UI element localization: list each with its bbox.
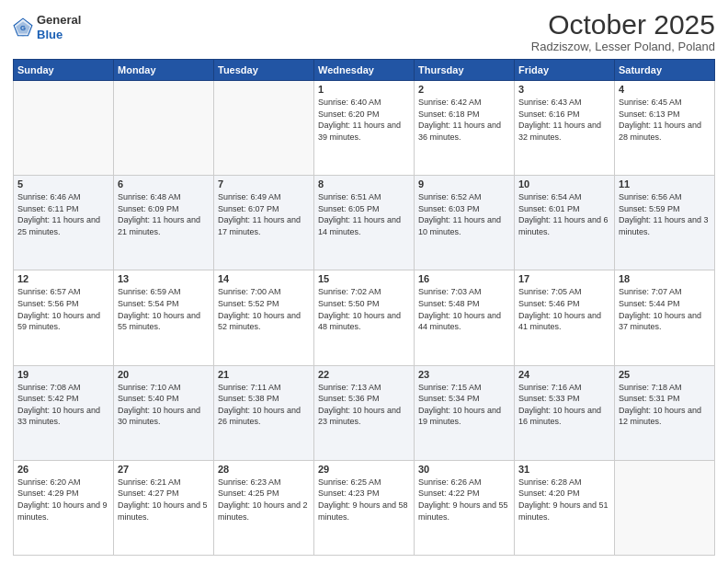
page: G General Blue October 2025 Radziszow, L… <box>0 0 728 563</box>
calendar-cell: 2Sunrise: 6:42 AM Sunset: 6:18 PM Daylig… <box>415 81 515 176</box>
cell-info: Sunrise: 6:43 AM Sunset: 6:16 PM Dayligh… <box>518 97 610 143</box>
day-number: 31 <box>518 464 610 475</box>
weekday-header-tuesday: Tuesday <box>214 60 314 81</box>
cell-info: Sunrise: 6:42 AM Sunset: 6:18 PM Dayligh… <box>418 97 510 143</box>
day-number: 7 <box>218 178 310 190</box>
cell-info: Sunrise: 6:40 AM Sunset: 6:20 PM Dayligh… <box>318 97 410 143</box>
calendar-cell: 29Sunrise: 6:25 AM Sunset: 4:23 PM Dayli… <box>314 460 415 555</box>
cell-info: Sunrise: 6:25 AM Sunset: 4:23 PM Dayligh… <box>318 477 410 523</box>
calendar-cell: 27Sunrise: 6:21 AM Sunset: 4:27 PM Dayli… <box>114 460 214 555</box>
day-number: 21 <box>218 369 310 380</box>
calendar-cell: 23Sunrise: 7:15 AM Sunset: 5:34 PM Dayli… <box>415 365 515 460</box>
calendar-cell: 18Sunrise: 7:07 AM Sunset: 5:44 PM Dayli… <box>615 270 715 365</box>
calendar-cell: 12Sunrise: 6:57 AM Sunset: 5:56 PM Dayli… <box>14 270 114 365</box>
day-number: 16 <box>418 273 510 284</box>
calendar-cell: 6Sunrise: 6:48 AM Sunset: 6:09 PM Daylig… <box>114 176 214 270</box>
day-number: 17 <box>518 273 610 284</box>
cell-info: Sunrise: 6:45 AM Sunset: 6:13 PM Dayligh… <box>619 97 711 143</box>
day-number: 27 <box>118 464 210 475</box>
calendar-cell: 5Sunrise: 6:46 AM Sunset: 6:11 PM Daylig… <box>14 176 114 270</box>
weekday-header-saturday: Saturday <box>615 60 715 81</box>
logo-blue-text: Blue <box>37 28 81 42</box>
cell-info: Sunrise: 6:57 AM Sunset: 5:56 PM Dayligh… <box>17 286 109 332</box>
calendar-cell: 8Sunrise: 6:51 AM Sunset: 6:05 PM Daylig… <box>314 176 415 270</box>
calendar-cell <box>615 460 715 555</box>
calendar-week-1: 1Sunrise: 6:40 AM Sunset: 6:20 PM Daylig… <box>14 81 715 176</box>
calendar-cell: 14Sunrise: 7:00 AM Sunset: 5:52 PM Dayli… <box>214 270 314 365</box>
cell-info: Sunrise: 6:49 AM Sunset: 6:07 PM Dayligh… <box>218 191 310 237</box>
cell-info: Sunrise: 6:26 AM Sunset: 4:22 PM Dayligh… <box>418 477 510 523</box>
calendar-cell: 30Sunrise: 6:26 AM Sunset: 4:22 PM Dayli… <box>415 460 515 555</box>
cell-info: Sunrise: 6:21 AM Sunset: 4:27 PM Dayligh… <box>118 477 210 523</box>
calendar-week-5: 26Sunrise: 6:20 AM Sunset: 4:29 PM Dayli… <box>14 460 715 555</box>
logo-text: General Blue <box>37 13 81 41</box>
day-number: 23 <box>418 369 510 380</box>
calendar-cell: 9Sunrise: 6:52 AM Sunset: 6:03 PM Daylig… <box>415 176 515 270</box>
cell-info: Sunrise: 7:10 AM Sunset: 5:40 PM Dayligh… <box>118 382 210 428</box>
calendar-cell: 19Sunrise: 7:08 AM Sunset: 5:42 PM Dayli… <box>14 365 114 460</box>
day-number: 10 <box>518 178 610 190</box>
cell-info: Sunrise: 6:28 AM Sunset: 4:20 PM Dayligh… <box>518 477 610 523</box>
cell-info: Sunrise: 6:23 AM Sunset: 4:25 PM Dayligh… <box>218 477 310 523</box>
cell-info: Sunrise: 6:54 AM Sunset: 6:01 PM Dayligh… <box>518 191 610 237</box>
day-number: 18 <box>619 273 711 284</box>
cell-info: Sunrise: 7:00 AM Sunset: 5:52 PM Dayligh… <box>218 286 310 332</box>
day-number: 15 <box>318 273 410 284</box>
day-number: 30 <box>418 464 510 475</box>
header: G General Blue October 2025 Radziszow, L… <box>13 9 715 53</box>
weekday-header-sunday: Sunday <box>14 60 114 81</box>
calendar-cell: 28Sunrise: 6:23 AM Sunset: 4:25 PM Dayli… <box>214 460 314 555</box>
calendar-cell: 7Sunrise: 6:49 AM Sunset: 6:07 PM Daylig… <box>214 176 314 270</box>
calendar-cell <box>214 81 314 176</box>
calendar-cell: 1Sunrise: 6:40 AM Sunset: 6:20 PM Daylig… <box>314 81 415 176</box>
calendar-cell: 22Sunrise: 7:13 AM Sunset: 5:36 PM Dayli… <box>314 365 415 460</box>
day-number: 3 <box>518 84 610 95</box>
weekday-header-wednesday: Wednesday <box>314 60 415 81</box>
calendar: SundayMondayTuesdayWednesdayThursdayFrid… <box>13 59 715 556</box>
calendar-cell: 26Sunrise: 6:20 AM Sunset: 4:29 PM Dayli… <box>14 460 114 555</box>
day-number: 1 <box>318 84 410 95</box>
location-title: Radziszow, Lesser Poland, Poland <box>531 40 715 53</box>
weekday-header-monday: Monday <box>114 60 214 81</box>
month-title: October 2025 <box>531 9 715 40</box>
weekday-header-row: SundayMondayTuesdayWednesdayThursdayFrid… <box>14 60 715 81</box>
calendar-cell: 21Sunrise: 7:11 AM Sunset: 5:38 PM Dayli… <box>214 365 314 460</box>
day-number: 9 <box>418 178 510 190</box>
calendar-cell: 4Sunrise: 6:45 AM Sunset: 6:13 PM Daylig… <box>615 81 715 176</box>
calendar-week-4: 19Sunrise: 7:08 AM Sunset: 5:42 PM Dayli… <box>14 365 715 460</box>
cell-info: Sunrise: 7:13 AM Sunset: 5:36 PM Dayligh… <box>318 382 410 428</box>
day-number: 14 <box>218 273 310 284</box>
cell-info: Sunrise: 7:11 AM Sunset: 5:38 PM Dayligh… <box>218 382 310 428</box>
day-number: 11 <box>619 178 711 190</box>
day-number: 4 <box>619 84 711 95</box>
cell-info: Sunrise: 7:02 AM Sunset: 5:50 PM Dayligh… <box>318 286 410 332</box>
cell-info: Sunrise: 7:15 AM Sunset: 5:34 PM Dayligh… <box>418 382 510 428</box>
day-number: 12 <box>17 273 109 284</box>
day-number: 29 <box>318 464 410 475</box>
cell-info: Sunrise: 7:07 AM Sunset: 5:44 PM Dayligh… <box>619 286 711 332</box>
svg-text:G: G <box>20 24 26 32</box>
calendar-cell: 20Sunrise: 7:10 AM Sunset: 5:40 PM Dayli… <box>114 365 214 460</box>
calendar-cell: 24Sunrise: 7:16 AM Sunset: 5:33 PM Dayli… <box>515 365 615 460</box>
weekday-header-thursday: Thursday <box>415 60 515 81</box>
day-number: 5 <box>17 178 109 190</box>
day-number: 28 <box>218 464 310 475</box>
day-number: 22 <box>318 369 410 380</box>
day-number: 13 <box>118 273 210 284</box>
day-number: 24 <box>518 369 610 380</box>
weekday-header-friday: Friday <box>515 60 615 81</box>
cell-info: Sunrise: 6:56 AM Sunset: 5:59 PM Dayligh… <box>619 191 711 237</box>
calendar-cell: 11Sunrise: 6:56 AM Sunset: 5:59 PM Dayli… <box>615 176 715 270</box>
calendar-cell: 25Sunrise: 7:18 AM Sunset: 5:31 PM Dayli… <box>615 365 715 460</box>
calendar-cell: 10Sunrise: 6:54 AM Sunset: 6:01 PM Dayli… <box>515 176 615 270</box>
calendar-cell <box>114 81 214 176</box>
calendar-cell: 13Sunrise: 6:59 AM Sunset: 5:54 PM Dayli… <box>114 270 214 365</box>
calendar-cell: 15Sunrise: 7:02 AM Sunset: 5:50 PM Dayli… <box>314 270 415 365</box>
calendar-week-2: 5Sunrise: 6:46 AM Sunset: 6:11 PM Daylig… <box>14 176 715 270</box>
cell-info: Sunrise: 6:48 AM Sunset: 6:09 PM Dayligh… <box>118 191 210 237</box>
cell-info: Sunrise: 7:03 AM Sunset: 5:48 PM Dayligh… <box>418 286 510 332</box>
calendar-week-3: 12Sunrise: 6:57 AM Sunset: 5:56 PM Dayli… <box>14 270 715 365</box>
cell-info: Sunrise: 6:52 AM Sunset: 6:03 PM Dayligh… <box>418 191 510 237</box>
calendar-cell: 17Sunrise: 7:05 AM Sunset: 5:46 PM Dayli… <box>515 270 615 365</box>
cell-info: Sunrise: 7:05 AM Sunset: 5:46 PM Dayligh… <box>518 286 610 332</box>
